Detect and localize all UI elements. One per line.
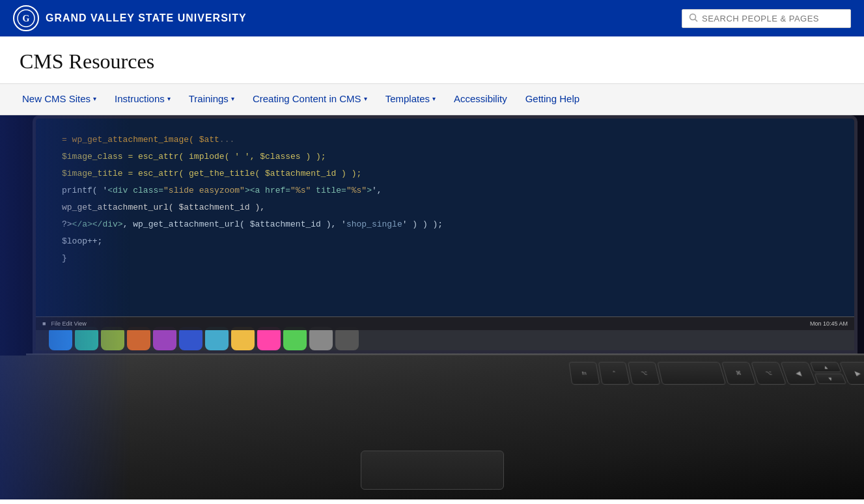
nav-item-instructions[interactable]: Instructions ▾ bbox=[105, 84, 180, 115]
dock-icon bbox=[205, 327, 229, 350]
dock-icon bbox=[179, 327, 202, 350]
dock-icon bbox=[101, 327, 124, 350]
code-screen: = wp_get_attachment_image( $att... $imag… bbox=[36, 119, 854, 350]
dock-icon bbox=[153, 327, 176, 350]
laptop-screen-frame: = wp_get_attachment_image( $att... $imag… bbox=[33, 115, 857, 354]
chevron-down-icon: ▾ bbox=[167, 95, 171, 102]
search-icon bbox=[689, 13, 698, 24]
nav-item-templates[interactable]: Templates ▾ bbox=[376, 84, 445, 115]
nav-item-new-cms-sites[interactable]: New CMS Sites ▾ bbox=[13, 84, 105, 115]
nav-item-accessibility[interactable]: Accessibility bbox=[445, 84, 516, 115]
chevron-down-icon: ▾ bbox=[231, 95, 234, 102]
main-navigation: New CMS Sites ▾ Instructions ▾ Trainings… bbox=[0, 84, 864, 115]
dock-bar: ■ File Edit View Mon 10:45 AM bbox=[36, 316, 854, 350]
logo-area: G Grand Valley State University bbox=[13, 5, 247, 31]
page-title-area: CMS Resources bbox=[0, 36, 864, 84]
nav-label: Templates bbox=[385, 93, 430, 104]
dock-icon bbox=[309, 327, 333, 350]
dock-icon bbox=[75, 327, 98, 350]
nav-item-trainings[interactable]: Trainings ▾ bbox=[180, 84, 244, 115]
svg-text:G: G bbox=[23, 14, 30, 23]
dock-icon bbox=[49, 327, 72, 350]
chevron-down-icon: ▾ bbox=[432, 95, 436, 102]
dock-icon bbox=[283, 327, 307, 350]
dock-icon bbox=[127, 327, 150, 350]
search-input[interactable] bbox=[702, 14, 844, 23]
nav-label: New CMS Sites bbox=[22, 93, 91, 104]
nav-label: Trainings bbox=[189, 93, 229, 104]
nav-item-creating-content[interactable]: Creating Content in CMS ▾ bbox=[244, 84, 376, 115]
page-title: CMS Resources bbox=[20, 49, 844, 74]
svg-point-2 bbox=[690, 14, 696, 20]
chevron-down-icon: ▾ bbox=[364, 95, 367, 102]
chevron-down-icon: ▾ bbox=[93, 95, 96, 102]
laptop-keyboard-area: fn ⌃ ⌥ ⌘ ⌥ ◀ ▲ ▼ ▶ bbox=[0, 356, 864, 499]
university-name: Grand Valley State University bbox=[46, 12, 247, 24]
nav-label: Getting Help bbox=[525, 93, 579, 104]
logo-icon: G bbox=[13, 5, 39, 31]
dock-icon bbox=[335, 327, 359, 350]
nav-label: Creating Content in CMS bbox=[253, 93, 361, 104]
dock-icon bbox=[257, 327, 281, 350]
svg-line-3 bbox=[695, 19, 698, 21]
site-header: G Grand Valley State University bbox=[0, 0, 864, 36]
hero-image: = wp_get_attachment_image( $att... $imag… bbox=[0, 115, 864, 499]
search-box[interactable] bbox=[682, 9, 851, 28]
nav-label: Instructions bbox=[115, 93, 165, 104]
nav-label: Accessibility bbox=[454, 93, 507, 104]
nav-item-getting-help[interactable]: Getting Help bbox=[516, 84, 589, 115]
dock-icon bbox=[231, 327, 255, 350]
